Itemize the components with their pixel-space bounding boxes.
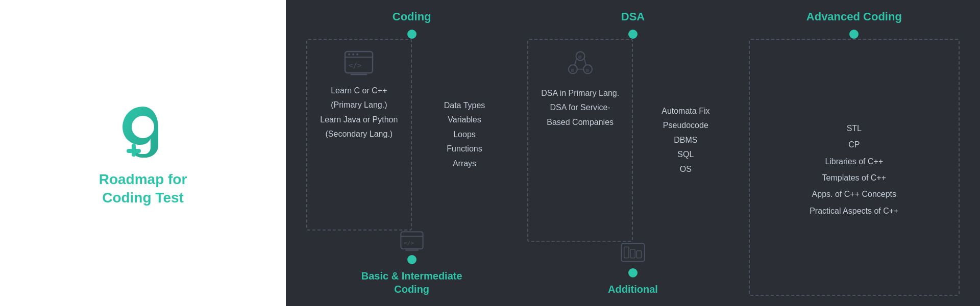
advanced-section: Advanced Coding STL CP Libraries of C++ … [744, 10, 965, 296]
dsa-left-box: ▤ ▤ ▤ DSA in Primary Lang. [527, 39, 633, 242]
dsa-dot-bottom [628, 268, 638, 277]
list-item: (Secondary Lang.) [326, 129, 393, 140]
dsa-dot-top [628, 30, 638, 39]
svg-rect-2 [127, 149, 141, 153]
coding-dot-bottom [407, 255, 416, 264]
svg-text:</>: </> [404, 240, 414, 246]
coding-section: Coding </> [301, 10, 522, 296]
list-item: STL [847, 123, 862, 134]
svg-line-20 [575, 59, 576, 65]
svg-rect-26 [636, 251, 641, 258]
svg-point-7 [356, 54, 358, 56]
dsa-header: DSA [527, 10, 738, 39]
coding-bottom: </> Basic & Intermediate Coding [306, 231, 517, 296]
dsa-icon: ▤ ▤ ▤ [565, 50, 596, 81]
svg-text:▤: ▤ [578, 54, 581, 59]
list-item: Learn C or C++ [331, 85, 387, 96]
logo [112, 99, 174, 160]
svg-point-0 [132, 116, 154, 138]
list-item: DSA in Primary Lang. [541, 88, 619, 99]
logo-title: Roadmap for Coding Test [99, 170, 187, 208]
advanced-body: STL CP Libraries of C++ Templates of C++… [749, 39, 960, 296]
svg-text:▤: ▤ [586, 67, 589, 72]
list-item: Variables [448, 114, 481, 125]
svg-line-21 [584, 59, 585, 65]
advanced-dot-top [849, 30, 859, 39]
svg-rect-25 [630, 249, 635, 258]
dsa-title: DSA [621, 10, 645, 23]
list-item: (Primary Lang.) [331, 99, 387, 111]
coding-right-items: Data Types Variables Loops Functions Arr… [412, 100, 518, 169]
coding-row: </> Learn C or C++ (Primary Lang.) Learn… [306, 39, 517, 231]
dsa-left-items: DSA in Primary Lang. DSA for Service- Ba… [534, 88, 626, 128]
list-item: Templates of C++ [822, 172, 886, 184]
coding-left-items: Learn C or C++ (Primary Lang.) Learn Jav… [313, 85, 405, 140]
coding-header: Coding [306, 10, 517, 39]
list-item: Practical Aspects of C++ [810, 206, 898, 217]
coding-title: Coding [393, 10, 431, 23]
list-item: Arrays [453, 158, 476, 169]
list-item: Pseudocode [663, 120, 708, 131]
dsa-section: DSA ▤ ▤ ▤ [522, 10, 743, 296]
list-item: OS [680, 164, 692, 175]
svg-text:</>: </> [349, 61, 361, 69]
list-item: Libraries of C++ [825, 156, 883, 167]
coding-dot-top [407, 30, 416, 39]
dsa-bottom-label: Additional [608, 283, 658, 296]
advanced-items: STL CP Libraries of C++ Templates of C++… [756, 118, 952, 217]
list-item: Learn Java or Python [320, 114, 398, 125]
dsa-bottom-icon [620, 242, 646, 266]
advanced-box: STL CP Libraries of C++ Templates of C++… [749, 39, 960, 296]
list-item: Automata Fix [662, 106, 709, 117]
code-icon: </> [344, 50, 374, 78]
svg-point-5 [348, 54, 350, 56]
coding-right: Data Types Variables Loops Functions Arr… [412, 39, 518, 231]
coding-bottom-label: Basic & Intermediate Coding [361, 269, 462, 296]
coding-left-box: </> Learn C or C++ (Primary Lang.) Learn… [306, 39, 412, 231]
right-panel: Coding </> [286, 0, 980, 306]
dsa-left: ▤ ▤ ▤ DSA in Primary Lang. [527, 39, 633, 242]
dsa-bottom: Additional [527, 242, 738, 296]
coding-bottom-icon: </> [400, 231, 424, 253]
svg-text:▤: ▤ [571, 67, 574, 72]
dsa-right: Automata Fix Pseudocode DBMS SQL OS [633, 39, 739, 242]
left-panel: Roadmap for Coding Test [0, 0, 286, 306]
list-item: Apps. of C++ Concepts [812, 189, 896, 200]
list-item: CP [848, 139, 860, 150]
list-item: Data Types [444, 100, 485, 111]
list-item: DBMS [674, 135, 697, 146]
list-item: SQL [677, 149, 694, 160]
list-item: DSA for Service- [550, 102, 610, 113]
svg-rect-24 [624, 247, 629, 258]
advanced-title: Advanced Coding [806, 10, 902, 23]
dsa-row: ▤ ▤ ▤ DSA in Primary Lang. [527, 39, 738, 242]
list-item: Loops [453, 129, 476, 140]
coding-left: </> Learn C or C++ (Primary Lang.) Learn… [306, 39, 412, 231]
list-item: Functions [447, 143, 482, 155]
svg-point-6 [352, 54, 354, 56]
list-item: Based Companies [547, 117, 614, 128]
advanced-header: Advanced Coding [749, 10, 960, 39]
dsa-right-items: Automata Fix Pseudocode DBMS SQL OS [633, 106, 739, 175]
